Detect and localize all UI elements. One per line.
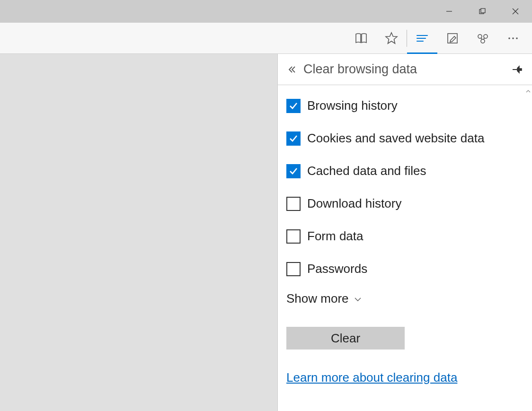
checkbox-label: Download history	[307, 196, 401, 211]
share-button[interactable]	[468, 23, 498, 54]
more-icon	[506, 31, 520, 45]
panel-back-button[interactable]	[284, 62, 300, 77]
reading-view-button[interactable]	[346, 23, 376, 54]
show-more-label: Show more	[286, 291, 349, 306]
svg-point-12	[508, 37, 510, 39]
note-icon	[445, 31, 460, 45]
hub-icon	[415, 31, 429, 45]
checkbox[interactable]	[286, 131, 301, 146]
minimize-icon	[446, 8, 452, 15]
favorites-button[interactable]	[376, 23, 407, 54]
svg-point-11	[481, 39, 485, 43]
panel-body: Browsing historyCookies and saved websit…	[278, 85, 532, 411]
checkbox-row[interactable]: Browsing history	[286, 98, 523, 113]
learn-more-link[interactable]: Learn more about clearing data	[286, 370, 457, 385]
checkbox[interactable]	[286, 164, 301, 178]
svg-rect-2	[481, 9, 485, 13]
window-controls	[433, 0, 532, 23]
star-icon	[384, 31, 399, 45]
chevron-left-double-icon	[287, 65, 297, 74]
checkbox-label: Cookies and saved website data	[307, 131, 484, 146]
scroll-up-icon[interactable]	[525, 87, 531, 96]
close-button[interactable]	[499, 0, 532, 23]
checkbox-row[interactable]: Passwords	[286, 262, 523, 276]
checkbox-label: Cached data and files	[307, 164, 426, 178]
clear-button-label: Clear	[331, 331, 360, 346]
checkbox-label: Browsing history	[307, 98, 398, 113]
checkbox-label: Form data	[307, 229, 364, 244]
browser-toolbar	[0, 23, 532, 54]
pin-button[interactable]	[510, 62, 525, 77]
maximize-button[interactable]	[466, 0, 499, 23]
checkbox[interactable]	[286, 262, 301, 276]
close-icon	[512, 8, 519, 15]
checkbox[interactable]	[286, 229, 301, 244]
checkbox[interactable]	[286, 99, 301, 113]
maximize-icon	[479, 8, 486, 15]
svg-rect-15	[519, 69, 522, 70]
show-more-button[interactable]: Show more	[286, 291, 523, 306]
panel-title: Clear browsing data	[303, 62, 510, 77]
minimize-button[interactable]	[433, 0, 466, 23]
checkbox-row[interactable]: Cookies and saved website data	[286, 131, 523, 146]
checkbox-row[interactable]: Form data	[286, 229, 523, 244]
share-icon	[476, 31, 490, 45]
svg-point-9	[478, 35, 482, 38]
panel-header: Clear browsing data	[278, 54, 532, 85]
svg-point-10	[484, 35, 488, 38]
clear-button[interactable]: Clear	[286, 327, 405, 350]
web-note-button[interactable]	[437, 23, 468, 54]
svg-point-14	[516, 37, 518, 39]
hub-button[interactable]	[407, 23, 437, 54]
svg-point-13	[512, 37, 514, 39]
book-icon	[354, 31, 368, 45]
checkbox[interactable]	[286, 197, 301, 211]
chevron-down-icon	[354, 291, 362, 306]
more-button[interactable]	[498, 23, 528, 54]
checkbox-row[interactable]: Cached data and files	[286, 164, 523, 178]
checkbox-row[interactable]: Download history	[286, 196, 523, 211]
window-titlebar	[0, 0, 532, 23]
checkbox-label: Passwords	[307, 262, 367, 276]
clear-browsing-data-panel: Clear browsing data Browsing historyCook…	[277, 54, 532, 411]
pin-icon	[512, 65, 524, 74]
